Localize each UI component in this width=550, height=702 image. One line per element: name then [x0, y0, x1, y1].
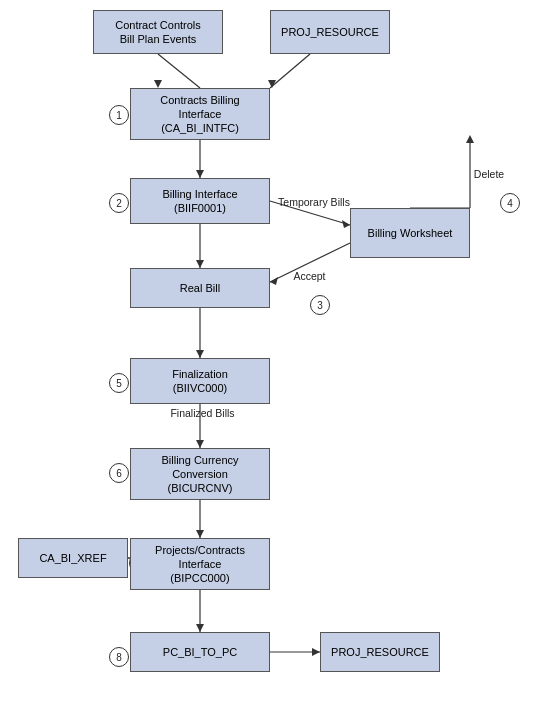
temporary-bills-label: Temporary Bills — [278, 196, 350, 208]
svg-marker-5 — [196, 260, 204, 268]
finalization-box: Finalization (BIIVC000) — [130, 358, 270, 404]
pc-bi-to-pc-label: PC_BI_TO_PC — [163, 645, 237, 659]
svg-marker-7 — [342, 220, 350, 228]
svg-line-1 — [270, 54, 310, 88]
arrows-svg — [0, 0, 550, 702]
billing-worksheet-box: Billing Worksheet — [350, 208, 470, 258]
circle-5: 5 — [109, 373, 129, 393]
circle-1: 1 — [109, 105, 129, 125]
circle-8: 8 — [109, 647, 129, 667]
circle-3: 3 — [310, 295, 330, 315]
billing-currency-box: Billing Currency Conversion (BICURCNV) — [130, 448, 270, 500]
pc-bi-to-pc-box: PC_BI_TO_PC — [130, 632, 270, 672]
bipcc000-label: Projects/Contracts Interface (BIPCC000) — [155, 543, 245, 586]
circle-4: 4 — [500, 193, 520, 213]
real-bill-label: Real Bill — [180, 281, 220, 295]
svg-line-0 — [158, 54, 200, 88]
svg-marker-26 — [154, 80, 162, 88]
svg-marker-14 — [196, 350, 204, 358]
billing-currency-label: Billing Currency Conversion (BICURCNV) — [161, 453, 238, 496]
svg-marker-25 — [312, 648, 320, 656]
contract-controls-label: Contract Controls Bill Plan Events — [115, 18, 201, 47]
svg-marker-27 — [268, 80, 276, 88]
proj-resource-top-label: PROJ_RESOURCE — [281, 25, 379, 39]
delete-label: Delete — [464, 168, 514, 180]
svg-marker-23 — [196, 624, 204, 632]
diagram-container: Contract Controls Bill Plan Events PROJ_… — [0, 0, 550, 702]
finalization-label: Finalization (BIIVC000) — [172, 367, 228, 396]
svg-marker-18 — [196, 530, 204, 538]
billing-worksheet-label: Billing Worksheet — [368, 226, 453, 240]
ca-bi-xref-box: CA_BI_XREF — [18, 538, 128, 578]
proj-resource-top-box: PROJ_RESOURCE — [270, 10, 390, 54]
biif0001-label: Billing Interface (BIIF0001) — [162, 187, 237, 216]
svg-marker-9 — [270, 277, 278, 285]
ca-bi-xref-label: CA_BI_XREF — [39, 551, 106, 565]
svg-marker-16 — [196, 440, 204, 448]
svg-marker-3 — [196, 170, 204, 178]
svg-marker-11 — [466, 135, 474, 143]
real-bill-box: Real Bill — [130, 268, 270, 308]
ca-bi-intfc-label: Contracts Billing Interface (CA_BI_INTFC… — [160, 93, 239, 136]
ca-bi-intfc-box: Contracts Billing Interface (CA_BI_INTFC… — [130, 88, 270, 140]
proj-resource-bottom-box: PROJ_RESOURCE — [320, 632, 440, 672]
contract-controls-box: Contract Controls Bill Plan Events — [93, 10, 223, 54]
bipcc000-box: Projects/Contracts Interface (BIPCC000) — [130, 538, 270, 590]
proj-resource-bottom-label: PROJ_RESOURCE — [331, 645, 429, 659]
circle-2: 2 — [109, 193, 129, 213]
finalized-bills-label: Finalized Bills — [155, 407, 250, 419]
circle-6: 6 — [109, 463, 129, 483]
accept-label: Accept — [282, 270, 337, 282]
biif0001-box: Billing Interface (BIIF0001) — [130, 178, 270, 224]
